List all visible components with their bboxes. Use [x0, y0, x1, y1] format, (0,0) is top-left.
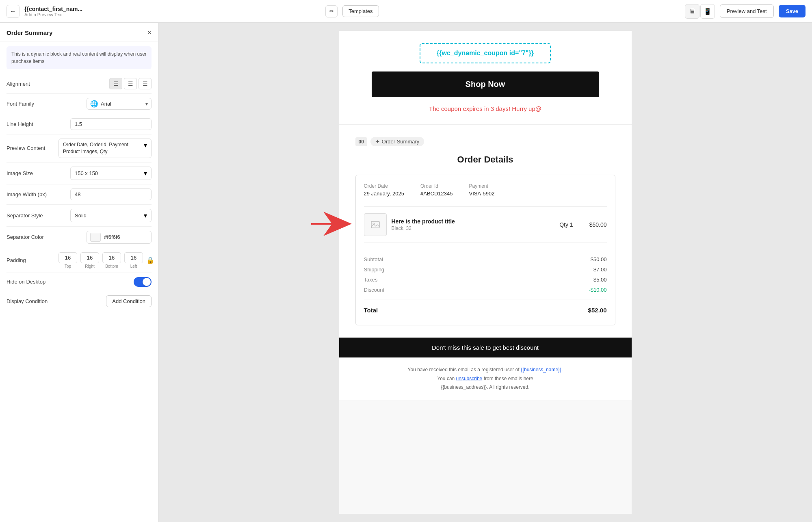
- discount-label: Discount: [364, 287, 385, 293]
- padding-row: Padding Top Right Bottom: [6, 248, 152, 273]
- order-date-item: Order Date 29 January, 2025: [364, 183, 405, 197]
- image-size-value: 150 x 150: [75, 170, 98, 176]
- order-id-item: Order Id #ABCD12345: [420, 183, 453, 197]
- padding-right-input[interactable]: [80, 252, 99, 263]
- footer-business-name: {{business_name}}.: [521, 367, 563, 373]
- panel-body: Alignment ☰ ☰ ☰ Font Family 🌐 Arial ▾ Li…: [0, 74, 158, 318]
- alignment-row: Alignment ☰ ☰ ☰: [6, 74, 152, 94]
- order-payment-value: VISA-5902: [469, 191, 495, 197]
- separator-style-selector[interactable]: Solid ▾: [70, 209, 152, 222]
- mobile-icon: 📱: [704, 7, 712, 15]
- font-family-selector[interactable]: 🌐 Arial ▾: [87, 98, 152, 110]
- topbar: ← {{contact_first_nam... Add a Preview T…: [0, 0, 812, 23]
- align-group: ☰ ☰ ☰: [109, 78, 152, 89]
- footer-section: You have received this email as a regist…: [339, 357, 632, 400]
- padding-left-input[interactable]: [124, 252, 143, 263]
- taxes-row: Taxes $5.00: [364, 275, 607, 285]
- align-right-button[interactable]: ☰: [139, 78, 152, 89]
- image-width-label: Image Width (px): [6, 191, 55, 197]
- total-label: Total: [364, 307, 378, 314]
- shipping-value: $7.00: [593, 266, 607, 273]
- padding-label: Padding: [6, 257, 55, 263]
- shop-now-button: Shop Now: [372, 71, 599, 97]
- order-meta-row: Order Date 29 January, 2025 Order Id #AB…: [364, 183, 607, 197]
- padding-top-wrap: Top: [58, 252, 77, 269]
- order-date-label: Order Date: [364, 183, 405, 189]
- color-swatch: [90, 233, 101, 242]
- font-family-row: Font Family 🌐 Arial ▾: [6, 94, 152, 114]
- alignment-label: Alignment: [6, 81, 55, 87]
- subtotal-row: Subtotal $50.00: [364, 254, 607, 264]
- padding-bottom-input[interactable]: [102, 252, 121, 263]
- toggle-thumb: [143, 278, 151, 286]
- footer-address: {{business_address}}. All rights reserve…: [355, 383, 615, 392]
- line-height-label: Line Height: [6, 121, 55, 127]
- image-size-selector[interactable]: 150 x 150 ▾: [70, 167, 152, 180]
- separator-style-row: Separator Style Solid ▾: [6, 205, 152, 227]
- globe-icon: 🌐: [90, 100, 98, 108]
- lock-icon[interactable]: 🔒: [146, 256, 154, 264]
- taxes-value: $5.00: [593, 277, 607, 283]
- product-price: $50.00: [589, 221, 607, 228]
- left-panel: Order Summary × This is a dynamic block …: [0, 23, 158, 522]
- back-icon: ←: [10, 8, 16, 15]
- image-width-input[interactable]: [70, 188, 152, 200]
- total-divider: [364, 299, 607, 299]
- order-id-label: Order Id: [420, 183, 453, 189]
- order-details-title: Order Details: [355, 154, 615, 165]
- add-condition-button[interactable]: Add Condition: [106, 295, 152, 307]
- save-button[interactable]: Save: [779, 5, 806, 17]
- desktop-view-button[interactable]: 🖥: [685, 4, 699, 19]
- product-variant: Black, 32: [392, 225, 455, 231]
- separator-color-label: Separator Color: [6, 234, 55, 240]
- padding-top-input[interactable]: [58, 252, 77, 263]
- order-summary-tag: ✦ Order Summary: [370, 137, 424, 146]
- product-placeholder-icon: [370, 220, 380, 230]
- image-size-row: Image Size 150 x 150 ▾: [6, 162, 152, 184]
- footer-line1: You have received this email as a regist…: [355, 366, 615, 375]
- hide-desktop-label: Hide on Desktop: [6, 279, 55, 285]
- preview-content-value: Order Date, OrderId, Payment, Product Im…: [63, 141, 144, 155]
- separator-color-picker[interactable]: #f6f6f6: [87, 231, 152, 244]
- mobile-view-button[interactable]: 📱: [700, 4, 715, 19]
- close-button[interactable]: ×: [147, 28, 152, 37]
- red-arrow-svg: [311, 212, 352, 236]
- panel-title: Order Summary: [6, 29, 52, 36]
- preview-button[interactable]: Preview and Test: [720, 4, 774, 18]
- info-box: This is a dynamic block and real content…: [6, 46, 152, 69]
- discount-value: -$10.00: [589, 287, 606, 293]
- chevron-down-icon: ▾: [145, 101, 148, 107]
- image-size-label: Image Size: [6, 170, 55, 176]
- preview-content-row: Preview Content Order Date, OrderId, Pay…: [6, 134, 152, 162]
- padding-right-label: Right: [85, 264, 94, 269]
- unsubscribe-link[interactable]: unsubscribe: [456, 376, 483, 381]
- product-left: Here is the product title Black, 32: [364, 213, 455, 236]
- subtotal-value: $50.00: [591, 256, 607, 262]
- order-date-value: 29 January, 2025: [364, 191, 405, 197]
- line-height-input[interactable]: [70, 118, 152, 130]
- order-details-section: 00 ✦ Order Summary Order Details Order D…: [339, 125, 632, 338]
- email-title: {{contact_first_nam...: [24, 6, 320, 12]
- align-left-button[interactable]: ☰: [109, 78, 122, 89]
- shipping-row: Shipping $7.00: [364, 264, 607, 275]
- product-right: Qty 1 $50.00: [559, 221, 606, 228]
- taxes-label: Taxes: [364, 277, 378, 283]
- hide-desktop-toggle[interactable]: [134, 277, 152, 287]
- padding-left-wrap: Left: [124, 252, 143, 269]
- svg-marker-0: [311, 212, 352, 236]
- templates-button[interactable]: Templates: [342, 5, 379, 17]
- order-payment-item: Payment VISA-5902: [469, 183, 495, 197]
- order-summary-tag-label: Order Summary: [382, 139, 419, 145]
- image-width-row: Image Width (px): [6, 184, 152, 205]
- edit-button[interactable]: ✏: [325, 5, 338, 17]
- shipping-label: Shipping: [364, 266, 385, 273]
- padding-right-wrap: Right: [80, 252, 99, 269]
- promo-banner: Don't miss this sale to get best discoun…: [339, 338, 632, 357]
- totals-section: Subtotal $50.00 Shipping $7.00 Taxes $5.…: [364, 251, 607, 317]
- order-tag-row: 00 ✦ Order Summary: [355, 137, 615, 146]
- align-center-button[interactable]: ☰: [124, 78, 137, 89]
- back-button[interactable]: ←: [6, 5, 19, 18]
- preview-content-chevron: ▾: [144, 141, 147, 149]
- preview-content-selector[interactable]: Order Date, OrderId, Payment, Product Im…: [58, 139, 152, 158]
- email-subtitle: Add a Preview Text: [24, 12, 320, 17]
